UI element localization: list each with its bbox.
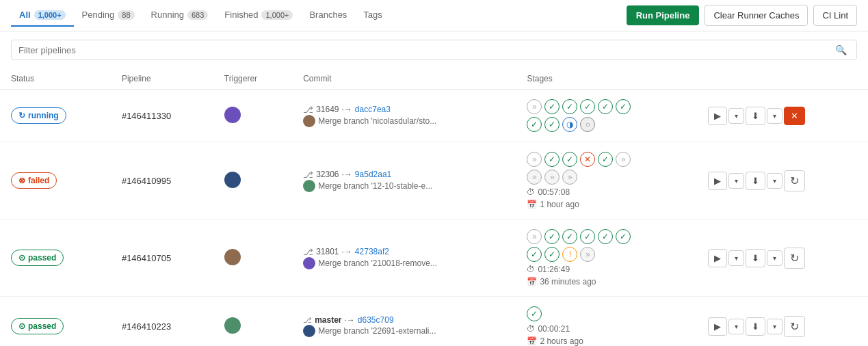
status-label: running	[28, 111, 59, 120]
stage-icon-success[interactable]: ✓	[544, 229, 560, 244]
stage-icon-success[interactable]: ✓	[544, 247, 560, 262]
stage-icon-pending[interactable]: »	[527, 229, 542, 244]
play-dropdown-button[interactable]: ▾	[728, 173, 744, 189]
chevron-down-icon-2: ▾	[773, 323, 776, 330]
download-dropdown-button[interactable]: ▾	[767, 173, 782, 189]
pipeline-id[interactable]: #146411330	[122, 111, 171, 121]
tab-running[interactable]: Running683	[143, 4, 217, 27]
stage-icon-skipped[interactable]: »	[527, 170, 542, 185]
time-ago: 📅 2 hours ago	[527, 336, 685, 346]
stage-icon-skipped[interactable]: »	[562, 170, 577, 185]
play-button[interactable]: ▶	[708, 172, 727, 190]
stage-icon-success[interactable]: ✓	[562, 229, 577, 244]
tab-label-pending: Pending	[82, 10, 115, 20]
stages-block: ✓	[527, 306, 685, 321]
status-badge: ⊙ passed	[11, 318, 64, 334]
tab-pending[interactable]: Pending88	[74, 4, 143, 27]
pipeline-id[interactable]: #146410995	[122, 176, 171, 186]
row-actions: ▶ ▾ ⬇ ▾↻	[708, 248, 857, 269]
commit-hash-link[interactable]: d635c709	[358, 315, 394, 325]
commit-hash-link[interactable]: dacc7ea3	[355, 105, 391, 114]
stage-icon-success[interactable]: ✓	[598, 99, 613, 114]
stage-icon-success[interactable]: ✓	[562, 99, 577, 114]
table-row: ↻ running #146411330 ⎇ 31649 ·→ dacc7ea3…	[0, 90, 868, 142]
stage-icon-manual[interactable]: ○	[580, 117, 595, 132]
commit-hash-link[interactable]: 9a5d2aa1	[355, 170, 391, 179]
clear-runner-caches-button[interactable]: Clear Runner Caches	[705, 5, 808, 26]
stage-icon-failed[interactable]: ✕	[580, 152, 595, 167]
stage-icon-success[interactable]: ✓	[616, 99, 631, 114]
tab-badge-all: 1,000+	[34, 10, 66, 20]
stage-icon-skipped[interactable]: »	[544, 170, 560, 185]
search-button[interactable]: 🔍	[832, 44, 850, 55]
clock-icon: ⏱	[527, 187, 535, 197]
stages-row-1: »✓✓✓✓✓	[527, 99, 685, 114]
tab-all[interactable]: All1,000+	[11, 4, 74, 27]
commit-msg: Merge branch 'nicolasdular/sto...	[303, 115, 505, 127]
time-ago: 📅 1 hour ago	[527, 200, 685, 209]
search-input[interactable]	[18, 45, 827, 55]
stage-icon-success[interactable]: ✓	[527, 247, 542, 262]
download-dropdown-button[interactable]: ▾	[767, 250, 782, 266]
run-pipeline-button[interactable]: Run Pipeline	[627, 5, 700, 25]
stage-icon-success[interactable]: ✓	[598, 229, 613, 244]
download-dropdown-button[interactable]: ▾	[767, 108, 782, 124]
stage-icon-warning[interactable]: !	[562, 247, 577, 262]
tab-branches[interactable]: Branches	[301, 4, 355, 27]
tab-tags[interactable]: Tags	[355, 4, 390, 27]
play-button[interactable]: ▶	[708, 107, 727, 125]
commit-ref-row: ⎇ 31649 ·→ dacc7ea3	[303, 105, 505, 115]
download-button[interactable]: ⬇	[746, 317, 765, 336]
stages-row-2: ✓✓!»	[527, 247, 685, 262]
top-actions: Run Pipeline Clear Runner Caches CI Lint	[627, 5, 857, 26]
download-button[interactable]: ⬇	[746, 107, 765, 125]
download-button[interactable]: ⬇	[746, 249, 765, 267]
play-dropdown-button[interactable]: ▾	[728, 319, 744, 334]
tab-label-finished: Finished	[224, 10, 258, 20]
clock-icon: ⏱	[527, 324, 535, 334]
pipeline-id[interactable]: #146410223	[122, 321, 171, 332]
stage-icon-success[interactable]: ✓	[544, 117, 560, 132]
time-ago: 📅 36 minutes ago	[527, 277, 685, 287]
pipeline-id[interactable]: #146410705	[122, 253, 171, 263]
stage-icon-success[interactable]: ✓	[616, 229, 631, 244]
stage-icon-success[interactable]: ✓	[598, 152, 613, 167]
row-actions: ▶ ▾ ⬇ ▾✕	[708, 107, 857, 125]
avatar	[224, 172, 241, 188]
tab-badge-finished: 1,000+	[261, 10, 293, 20]
download-dropdown-button[interactable]: ▾	[767, 319, 782, 334]
stage-icon-success[interactable]: ✓	[544, 152, 560, 167]
branch-name[interactable]: master	[315, 315, 341, 325]
pipeline-meta: ⏱ 00:00:21 📅 2 hours ago	[527, 324, 685, 346]
stage-icon-skipped[interactable]: »	[580, 247, 595, 262]
stage-icon-success[interactable]: ✓	[580, 99, 595, 114]
retry-button[interactable]: ↻	[784, 248, 805, 269]
tab-badge-pending: 88	[118, 10, 134, 20]
cell-stages: »✓✓✓✓✓✓✓◑○	[516, 90, 696, 142]
stage-icon-success[interactable]: ✓	[527, 306, 542, 321]
stage-icon-pending[interactable]: »	[527, 99, 542, 114]
commit-msg: Merge branch '210018-remove...	[303, 257, 505, 269]
stage-icon-success[interactable]: ✓	[562, 152, 577, 167]
calendar-icon: 📅	[527, 277, 537, 287]
pipelines-table: StatusPipelineTriggererCommitStages ↻ ru…	[0, 68, 868, 346]
status-icon: ⊙	[18, 321, 25, 331]
play-dropdown-button[interactable]: ▾	[728, 108, 744, 124]
commit-hash-link[interactable]: 42738af2	[355, 247, 389, 256]
play-dropdown-button[interactable]: ▾	[728, 250, 744, 266]
cancel-button[interactable]: ✕	[784, 107, 805, 125]
ci-lint-button[interactable]: CI Lint	[813, 5, 857, 26]
stage-icon-success[interactable]: ✓	[544, 99, 560, 114]
retry-button[interactable]: ↻	[784, 170, 805, 191]
retry-button[interactable]: ↻	[784, 316, 805, 337]
branch-icon: ⎇	[303, 247, 313, 257]
play-button[interactable]: ▶	[708, 317, 727, 336]
play-button[interactable]: ▶	[708, 249, 727, 267]
stage-icon-success[interactable]: ✓	[527, 117, 542, 132]
stage-icon-success[interactable]: ✓	[580, 229, 595, 244]
stage-icon-running[interactable]: ◑	[562, 117, 577, 132]
download-button[interactable]: ⬇	[746, 172, 765, 190]
stage-icon-pending[interactable]: »	[616, 152, 631, 167]
tab-finished[interactable]: Finished1,000+	[216, 4, 301, 27]
stage-icon-pending[interactable]: »	[527, 152, 542, 167]
